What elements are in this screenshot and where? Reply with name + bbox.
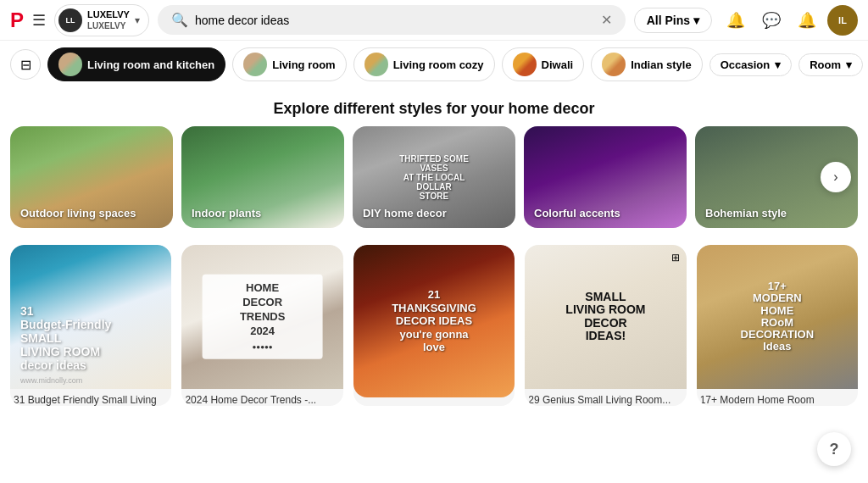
search-input[interactable] [195,14,594,27]
user-info: LUXELVY LUXELVY [87,9,130,30]
pin-caption-4: 29 Genius Small Living Room... [525,389,686,406]
pin-caption-5: 17+ Modern Home Room [697,389,858,406]
user-name: LUXELVY [87,9,130,20]
filter-icon: ⊟ [20,57,31,73]
messages-button[interactable]: 💬 [756,5,787,36]
carousel-item-colorful[interactable]: Colorful accents [524,126,687,228]
carousel-item-diy[interactable]: THRIFTED SOME VASESAT THE LOCAL DOLLARST… [353,126,515,228]
pill-label-indian-style: Indian style [631,58,692,71]
user-sublabel: LUXELVY [87,21,130,31]
alerts-button[interactable]: 🔔 [792,5,822,36]
pill-living-room[interactable]: Living room [232,47,346,81]
pill-label-occasion: Occasion [721,58,771,71]
pill-thumb-living-room [243,53,267,76]
hamburger-menu[interactable]: ☰ [32,11,46,30]
chevron-down-icon: ▾ [135,14,140,26]
pill-living-room-kitchen[interactable]: Living room and kitchen [47,47,225,81]
chevron-room-icon: ▾ [846,58,852,71]
carousel-label-diy: DIY home decor [363,207,447,219]
carousel-label-outdoor: Outdoor living spaces [20,207,136,219]
search-bar[interactable]: 🔍 ✕ [158,5,626,35]
pill-indian-style[interactable]: Indian style [591,47,703,81]
pill-room[interactable]: Room ▾ [798,53,863,76]
carousel-item-indoor[interactable]: Indoor plants [181,126,344,228]
clear-search-button[interactable]: ✕ [601,12,612,28]
filter-button[interactable]: ⊟ [10,49,41,80]
search-icon: 🔍 [171,12,188,28]
header-icons: 🔔 💬 🔔 IL [721,5,858,36]
pin-caption-1: 31 Budget Friendly Small Living [10,389,171,406]
pill-living-room-cozy[interactable]: Living room cozy [353,47,495,81]
pill-label-room: Room [810,58,841,71]
user-badge[interactable]: LL LUXELVY LUXELVY ▾ [54,4,149,36]
carousel-section: Outdoor living spaces Indoor plants THRI… [0,126,868,228]
pill-thumb-living-room-cozy [364,53,388,76]
carousel-track: Outdoor living spaces Indoor plants THRI… [10,126,858,228]
carousel-label-indoor: Indoor plants [192,207,261,219]
all-pins-chevron-icon: ▾ [693,14,699,27]
carousel-next-button[interactable]: › [821,162,851,192]
pin-card-3[interactable]: 21THANKSGIVINGDECOR IDEASyou're gonna lo… [353,245,515,406]
pin-caption-2: 2024 Home Decor Trends -... [181,389,342,406]
pin-col-2: HOMEDECORTRENDS2024●●●●● 2024 Home Decor… [181,245,342,406]
pill-label-living-room-cozy: Living room cozy [393,58,484,71]
pin-grid: 31Budget-FriendlySMALLLIVING ROOMdecor i… [0,245,868,406]
help-button[interactable]: ? [817,432,851,466]
pin-card-2[interactable]: HOMEDECORTRENDS2024●●●●● 2024 Home Decor… [181,245,342,406]
chevron-occasion-icon: ▾ [775,58,781,71]
section-title: Explore different styles for your home d… [0,88,868,126]
pin-col-1: 31Budget-FriendlySMALLLIVING ROOMdecor i… [10,245,171,406]
pill-label-living-room-kitchen: Living room and kitchen [87,58,214,71]
pill-thumb-diwali [513,53,537,76]
pill-occasion[interactable]: Occasion ▾ [709,53,793,76]
pin-card-1[interactable]: 31Budget-FriendlySMALLLIVING ROOMdecor i… [10,245,171,406]
user-avatar[interactable]: IL [827,5,858,36]
pinterest-logo[interactable]: P [10,8,24,32]
header: P ☰ LL LUXELVY LUXELVY ▾ 🔍 ✕ All Pins ▾ … [0,0,868,41]
carousel-item-outdoor[interactable]: Outdoor living spaces [10,126,173,228]
pin-card-5[interactable]: 17+MODERNHOMEROoMDECORATIONIdeas 17+ Mod… [697,245,858,406]
pill-thumb-indian-style [602,53,626,76]
avatar: LL [58,8,82,32]
all-pins-button[interactable]: All Pins ▾ [634,8,712,33]
all-pins-label: All Pins [647,14,690,27]
pill-label-diwali: Diwali [542,58,574,71]
pill-label-living-room: Living room [272,58,335,71]
pill-thumb-living-room-kitchen [58,53,82,76]
filter-bar: ⊟ Living room and kitchen Living room Li… [0,41,868,88]
pill-diwali[interactable]: Diwali [502,47,585,81]
main-content: Explore different styles for your home d… [0,88,868,406]
pin-col-4: SMALLLIVING ROOMDECOR IDEAS! ⊞ 29 Genius… [525,245,686,406]
pin-col-3: 21THANKSGIVINGDECOR IDEASyou're gonna lo… [353,245,515,406]
pin-card-4[interactable]: SMALLLIVING ROOMDECOR IDEAS! ⊞ 29 Genius… [525,245,686,406]
carousel-label-bohemian: Bohemian style [705,207,787,219]
notifications-button[interactable]: 🔔 [721,5,751,36]
pin-col-5: 17+MODERNHOMEROoMDECORATIONIdeas 17+ Mod… [697,245,858,406]
carousel-label-colorful: Colorful accents [534,207,620,219]
